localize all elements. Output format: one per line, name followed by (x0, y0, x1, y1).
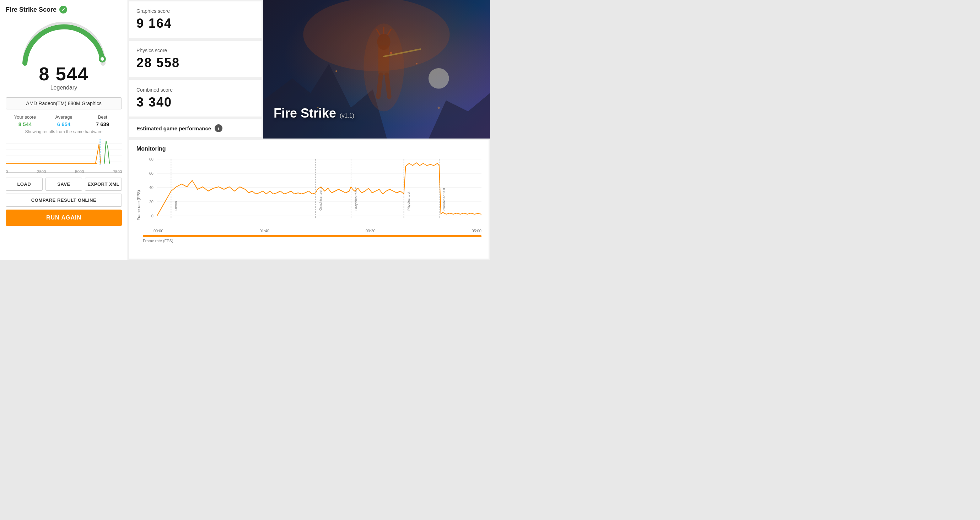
same-hw-label: Showing results from the same hardware (6, 129, 122, 134)
check-icon: ✓ (59, 6, 67, 13)
svg-text:60: 60 (149, 171, 153, 175)
right-panel: Graphics score 9 164 Physics score 28 55… (128, 0, 490, 260)
hero-image: Fire Strike (v1.1) (263, 0, 490, 138)
average-value: 6 654 (45, 121, 83, 127)
graphics-score-label: Graphics score (137, 8, 255, 14)
scores-column: Graphics score 9 164 Physics score 28 55… (128, 0, 263, 138)
mini-chart-svg (6, 137, 122, 167)
your-score-label: Your score (6, 114, 45, 120)
best-label: Best (83, 114, 122, 120)
svg-text:80: 80 (149, 157, 153, 161)
button-row-1: LOAD SAVE EXPORT XML (6, 178, 122, 191)
combined-score-label: Combined score (137, 87, 255, 93)
best-value: 7 639 (83, 121, 122, 127)
svg-line-21 (387, 75, 389, 97)
svg-text:0: 0 (151, 214, 153, 218)
game-perf-label: Estimated game performance (137, 126, 211, 131)
graphics-score-value: 9 164 (137, 16, 255, 31)
run-again-button[interactable]: RUN AGAIN (6, 210, 122, 226)
svg-point-1 (100, 57, 104, 61)
frame-rate-bar (143, 235, 482, 237)
graphics-score-card: Graphics score 9 164 (129, 2, 261, 38)
gpu-name: AMD Radeon(TM) 880M Graphics (6, 97, 122, 110)
physics-score-card: Physics score 28 558 (129, 41, 261, 78)
svg-text:Graphics test 1: Graphics test 1 (318, 186, 322, 211)
physics-score-label: Physics score (137, 48, 255, 53)
export-button[interactable]: EXPORT XML (85, 178, 122, 191)
game-perf-card: Estimated game performance i (129, 119, 261, 137)
load-button[interactable]: LOAD (6, 178, 43, 191)
svg-point-23 (390, 52, 392, 54)
combined-score-card: Combined score 3 340 (129, 80, 261, 116)
svg-text:20: 20 (149, 200, 153, 204)
chart-area: Frame rate (FPS) 80 60 40 20 0 (137, 156, 482, 255)
svg-text:Demo: Demo (174, 201, 178, 211)
chart-inner: 80 60 40 20 0 Demo Graphics test 1 Graph… (143, 156, 482, 255)
gauge-score: 8 544 (39, 63, 89, 84)
mini-chart: 0 2500 5000 7500 (6, 137, 122, 173)
svg-point-25 (416, 63, 417, 64)
x-label-2500: 2500 (37, 169, 46, 174)
best-col: Best 7 639 (83, 114, 122, 127)
combined-score-value: 3 340 (137, 95, 255, 110)
monitoring-chart-svg: 80 60 40 20 0 Demo Graphics test 1 Graph… (143, 156, 482, 227)
svg-point-10 (428, 68, 449, 89)
frame-rate-label: Frame rate (FPS) (143, 239, 482, 243)
x-label-5000: 5000 (75, 169, 84, 174)
svg-text:Physics test: Physics test (407, 191, 411, 211)
svg-point-26 (438, 107, 440, 109)
title-text: Fire Strike Score (6, 6, 57, 13)
your-score-col: Your score 8 544 (6, 114, 45, 127)
x-label-7500: 7500 (113, 169, 122, 174)
score-comparison: Your score 8 544 Average 6 654 Best 7 63… (6, 114, 122, 127)
left-panel: Fire Strike Score ✓ 8 544 Legendary AMD … (0, 0, 128, 260)
save-button[interactable]: SAVE (46, 178, 83, 191)
monitoring-section: Monitoring Frame rate (FPS) 80 60 40 20 … (129, 140, 488, 259)
mini-chart-labels: 0 2500 5000 7500 (6, 169, 122, 174)
y-axis-label: Frame rate (FPS) (137, 190, 141, 221)
gauge-container: 8 544 Legendary (6, 17, 122, 94)
svg-point-22 (336, 70, 337, 72)
gauge-svg (18, 17, 110, 67)
svg-line-20 (379, 75, 381, 97)
info-icon[interactable]: i (215, 124, 223, 132)
x-label-0320: 03:20 (366, 229, 375, 233)
svg-marker-12 (428, 93, 490, 138)
x-label-0500: 05:00 (471, 229, 482, 233)
gauge-rank: Legendary (51, 84, 78, 91)
hero-title: Fire Strike (v1.1) (274, 106, 354, 121)
x-label-0: 0 (6, 169, 8, 174)
your-score-value: 8 544 (6, 121, 45, 127)
monitoring-title: Monitoring (137, 146, 482, 152)
average-col: Average 6 654 (45, 114, 83, 127)
svg-text:40: 40 (149, 185, 153, 190)
compare-button[interactable]: COMPARE RESULT ONLINE (6, 194, 122, 207)
x-axis-labels: 00:00 01:40 03:20 05:00 (143, 229, 482, 233)
average-label: Average (45, 114, 83, 120)
svg-point-15 (377, 34, 390, 50)
top-section: Graphics score 9 164 Physics score 28 55… (128, 0, 490, 138)
fire-strike-title: Fire Strike Score ✓ (6, 6, 122, 13)
svg-text:Combined test: Combined test (442, 188, 446, 211)
x-label-0140: 01:40 (259, 229, 269, 233)
x-label-0000: 00:00 (153, 229, 164, 233)
physics-score-value: 28 558 (137, 56, 255, 70)
